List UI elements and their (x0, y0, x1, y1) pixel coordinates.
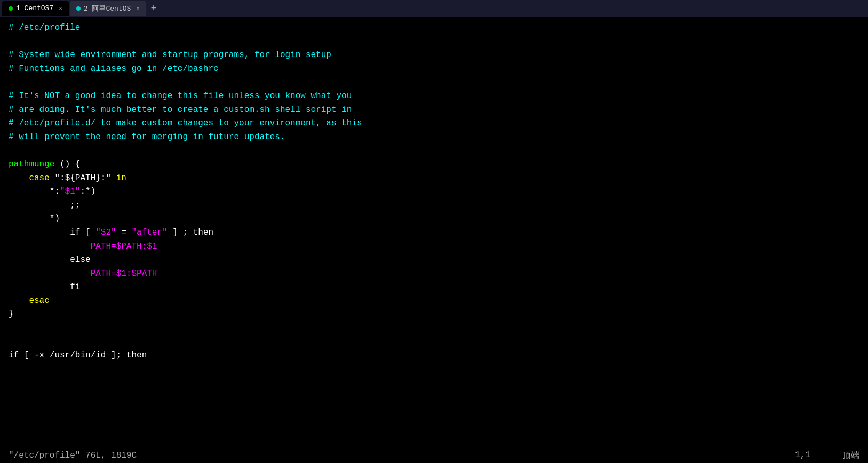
code-line: # It's NOT a good idea to change this fi… (9, 90, 859, 103)
code-line (9, 35, 859, 49)
code-line (9, 336, 859, 349)
tab-add-button[interactable]: + (147, 2, 160, 15)
code-line: # /etc/profile.d/ to make custom changes… (9, 117, 859, 131)
tab-centos7[interactable]: 1 CentOS7 ✕ (2, 1, 69, 16)
tab-dot-cyan (76, 6, 81, 11)
status-position: 1,1 (795, 450, 810, 461)
code-line: *) (9, 212, 859, 226)
tab-bar: 1 CentOS7 ✕ 2 阿里CentOS ✕ + (0, 0, 868, 17)
tab-aliyun-label: 2 阿里CentOS (84, 4, 131, 13)
code-line (9, 322, 859, 336)
tab-dot-green (9, 6, 13, 11)
code-line: # System wide environment and startup pr… (9, 49, 859, 62)
tab-aliyun[interactable]: 2 阿里CentOS ✕ (70, 1, 146, 16)
code-line: if [ -x /usr/bin/id ]; then (9, 349, 859, 363)
code-line: esac (9, 294, 859, 308)
code-line: *:"$1":*) (9, 185, 859, 199)
code-line: # Functions and aliases go in /etc/bashr… (9, 62, 859, 76)
editor-area: # /etc/profile # System wide environment… (0, 17, 868, 448)
code-line: pathmunge () { (9, 158, 859, 172)
code-line: fi (9, 281, 859, 294)
code-line: # will prevent the need for merging in f… (9, 131, 859, 145)
code-line: case ":${PATH}:" in (9, 172, 859, 186)
code-line: PATH=$1:$PATH (9, 267, 859, 281)
status-scroll: 顶端 (842, 450, 859, 461)
code-line: } (9, 308, 859, 322)
status-right: 1,1 顶端 (795, 450, 859, 461)
code-line: ;; (9, 199, 859, 213)
code-line: PATH=$PATH:$1 (9, 240, 859, 254)
code-line: # are doing. It's much better to create … (9, 103, 859, 117)
status-file-info: "/etc/profile" 76L, 1819C (9, 451, 795, 460)
tab-centos7-close[interactable]: ✕ (59, 5, 62, 12)
tab-add-icon: + (150, 3, 156, 14)
tab-aliyun-close[interactable]: ✕ (136, 5, 140, 12)
tab-centos7-label: 1 CentOS7 (16, 4, 53, 12)
code-line: else (9, 253, 859, 267)
status-bar: "/etc/profile" 76L, 1819C 1,1 顶端 (0, 448, 868, 463)
code-line (9, 144, 859, 158)
code-line: # /etc/profile (9, 21, 859, 35)
code-line: if [ "$2" = "after" ] ; then (9, 226, 859, 240)
code-line (9, 76, 859, 90)
